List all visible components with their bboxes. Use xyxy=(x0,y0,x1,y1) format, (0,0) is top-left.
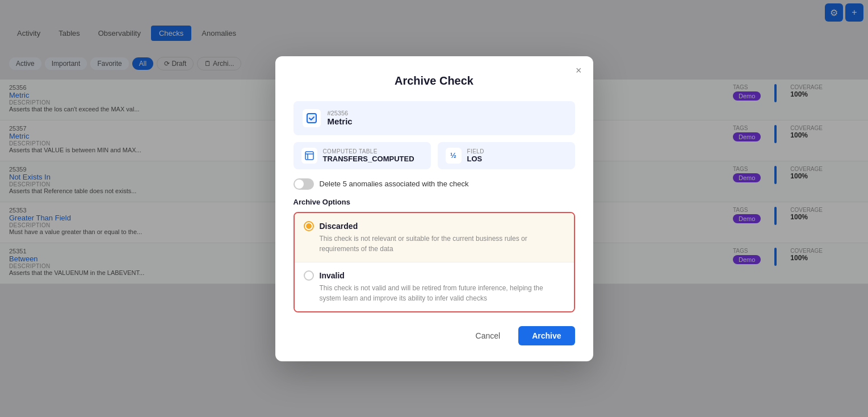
radio-discarded xyxy=(304,221,314,231)
toggle-label: Delete 5 anomalies associated with the c… xyxy=(320,180,469,188)
option-invalid-name: Invalid xyxy=(320,271,345,280)
field-icon: ½ xyxy=(446,148,462,164)
option-discarded[interactable]: Discarded This check is not relevant or … xyxy=(295,213,574,262)
modal-title: Archive Check xyxy=(293,74,575,87)
archive-options-label: Archive Options xyxy=(293,198,575,206)
modal-overlay: × Archive Check #25356 Metric xyxy=(0,0,868,417)
archive-check-modal: × Archive Check #25356 Metric xyxy=(275,56,593,361)
check-meta-row: Computed Table TRANSFERS_COMPUTED ½ Fiel… xyxy=(293,142,575,169)
table-icon xyxy=(301,148,317,164)
archive-button[interactable]: Archive xyxy=(518,326,575,345)
check-card-id: #25356 xyxy=(328,110,353,116)
modal-close-button[interactable]: × xyxy=(576,65,582,76)
archive-options-container: Discarded This check is not relevant or … xyxy=(293,212,575,312)
check-card-name: Metric xyxy=(328,116,353,126)
field-content: Field LOS xyxy=(467,148,484,163)
option-discarded-desc: This check is not relevant or suitable f… xyxy=(320,233,565,254)
check-card-content: #25356 Metric xyxy=(328,110,353,126)
field-card: ½ Field LOS xyxy=(438,142,575,169)
svg-rect-0 xyxy=(307,114,316,123)
svg-rect-1 xyxy=(305,152,313,160)
field-value: LOS xyxy=(467,155,484,163)
computed-table-label: Computed Table xyxy=(323,148,414,155)
radio-dot-discarded xyxy=(306,223,312,229)
option-discarded-header: Discarded xyxy=(304,221,565,231)
radio-invalid xyxy=(304,270,314,281)
check-info-card: #25356 Metric xyxy=(293,101,575,135)
check-icon xyxy=(303,109,321,127)
computed-table-value: TRANSFERS_COMPUTED xyxy=(323,155,414,163)
toggle-knob xyxy=(295,180,304,189)
field-label: Field xyxy=(467,148,484,155)
computed-table-content: Computed Table TRANSFERS_COMPUTED xyxy=(323,148,414,163)
computed-table-card: Computed Table TRANSFERS_COMPUTED xyxy=(293,142,431,169)
toggle-row: Delete 5 anomalies associated with the c… xyxy=(293,178,575,190)
option-discarded-name: Discarded xyxy=(320,222,358,231)
option-invalid-header: Invalid xyxy=(304,270,565,281)
option-invalid[interactable]: Invalid This check is not valid and will… xyxy=(295,262,574,311)
option-invalid-desc: This check is not valid and will be reti… xyxy=(320,283,565,303)
delete-anomalies-toggle[interactable] xyxy=(293,178,314,190)
modal-footer: Cancel Archive xyxy=(293,326,575,345)
cancel-button[interactable]: Cancel xyxy=(464,326,512,345)
